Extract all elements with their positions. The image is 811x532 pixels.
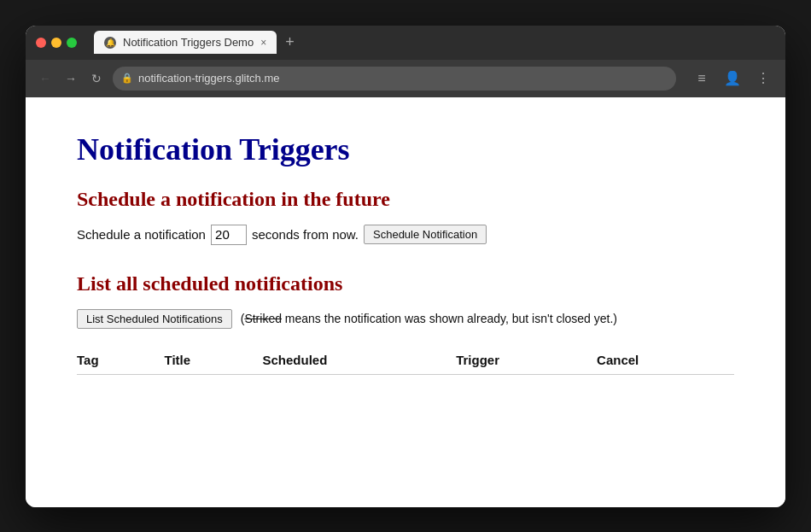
new-tab-button[interactable]: + [277, 33, 303, 51]
page-content: Notification Triggers Schedule a notific… [26, 97, 785, 507]
tab-close-button[interactable]: × [260, 37, 266, 49]
page-title: Notification Triggers [77, 132, 734, 167]
list-scheduled-notifications-button[interactable]: List Scheduled Notifications [77, 309, 232, 329]
minimize-traffic-light[interactable] [51, 38, 61, 48]
col-title: Title [165, 346, 263, 375]
title-bar: 🔔 Notification Triggers Demo × + [26, 26, 785, 60]
tab-title: Notification Triggers Demo [123, 36, 254, 49]
seconds-input[interactable] [211, 225, 247, 245]
active-tab[interactable]: 🔔 Notification Triggers Demo × [94, 31, 277, 54]
table-header-row: Tag Title Scheduled Trigger Cancel [77, 346, 734, 375]
list-row: List Scheduled Notifications (Striked me… [77, 309, 734, 329]
address-bar: ← → ↻ 🔒 notification-triggers.glitch.me … [26, 60, 785, 97]
schedule-label-after: seconds from now. [252, 227, 359, 242]
tab-favicon: 🔔 [104, 37, 116, 49]
forward-button[interactable]: → [61, 69, 80, 88]
maximize-traffic-light[interactable] [67, 38, 77, 48]
col-tag: Tag [77, 346, 165, 375]
schedule-label-before: Schedule a notification [77, 227, 206, 242]
reload-button[interactable]: ↻ [87, 69, 106, 88]
col-trigger: Trigger [456, 346, 597, 375]
hint-striked: Striked [244, 312, 282, 325]
more-options-icon[interactable]: ⋮ [751, 67, 775, 91]
url-text: notification-triggers.glitch.me [138, 72, 279, 85]
back-button[interactable]: ← [36, 69, 55, 88]
url-bar[interactable]: 🔒 notification-triggers.glitch.me [113, 67, 676, 91]
list-section-heading: List all scheduled notifications [77, 272, 734, 295]
col-scheduled: Scheduled [262, 346, 456, 375]
browser-window: 🔔 Notification Triggers Demo × + ← → ↻ 🔒… [26, 26, 785, 507]
close-traffic-light[interactable] [36, 38, 46, 48]
schedule-notification-button[interactable]: Schedule Notification [364, 225, 487, 244]
tab-bar: 🔔 Notification Triggers Demo × + [94, 31, 775, 54]
reading-list-icon[interactable]: ≡ [690, 67, 714, 91]
notifications-table: Tag Title Scheduled Trigger Cancel [77, 346, 734, 375]
hint-suffix: means the notification was shown already… [282, 312, 617, 325]
hint-text: (Striked means the notification was show… [241, 312, 617, 325]
profile-icon[interactable]: 👤 [721, 67, 744, 91]
schedule-row: Schedule a notification seconds from now… [77, 225, 734, 245]
schedule-section-heading: Schedule a notification in the future [77, 188, 734, 211]
toolbar-icons: ≡ 👤 ⋮ [690, 67, 775, 91]
lock-icon: 🔒 [121, 73, 133, 84]
traffic-lights [36, 38, 77, 48]
col-cancel: Cancel [597, 346, 734, 375]
